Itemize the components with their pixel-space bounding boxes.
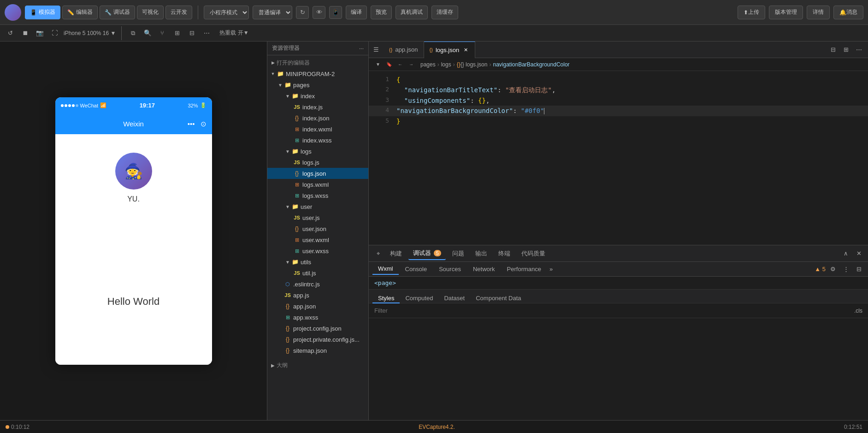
inspector-settings-btn[interactable]: ⚙	[827, 264, 838, 275]
ev-capture-label: EVCapture4.2.	[419, 424, 455, 430]
layout-toggle-btn[interactable]: ⊞	[840, 44, 851, 55]
cls-button[interactable]: .cls	[854, 308, 862, 314]
tree-index-json[interactable]: {} index.json	[267, 113, 368, 124]
tab-close-btn[interactable]: ✕	[462, 46, 469, 53]
tree-logs-json[interactable]: {} logs.json	[267, 168, 368, 179]
filter-input[interactable]	[374, 307, 854, 314]
devtab-issues[interactable]: 问题	[448, 248, 469, 260]
tree-index-wxml[interactable]: ⊞ index.wxml	[267, 124, 368, 135]
nav-camera[interactable]: ⊙	[201, 120, 207, 128]
tab-app-json[interactable]: {} app.json	[384, 42, 424, 58]
inspector-tab-console[interactable]: Console	[400, 264, 433, 274]
clear-cache-btn[interactable]: 清缓存	[431, 6, 458, 19]
tree-sitemap[interactable]: {} sitemap.json	[267, 345, 368, 356]
tree-project-private[interactable]: {} project.private.config.js...	[267, 334, 368, 345]
device-test-btn[interactable]: 📱	[329, 6, 342, 19]
inspector-tab-performance[interactable]: Performance	[502, 264, 547, 274]
tab-debugger[interactable]: 🔧 调试器	[100, 6, 135, 19]
devtab-terminal[interactable]: 终端	[494, 248, 515, 260]
tree-eslintrc[interactable]: ⬡ .eslintrc.js	[267, 279, 368, 290]
style-tab-dataset[interactable]: Dataset	[438, 290, 470, 303]
inspector-main: <page> Styles Computed Dataset Component…	[369, 277, 868, 420]
devtools-expand-btn[interactable]: ∧	[840, 248, 851, 259]
inspector-tab-network[interactable]: Network	[467, 264, 501, 274]
tree-user-json[interactable]: {} user.json	[267, 223, 368, 234]
expand-btn[interactable]: ⛶	[49, 28, 60, 39]
more-btn[interactable]: ⋯	[201, 28, 212, 39]
tree-app-wxss[interactable]: ⊞ app.wxss	[267, 312, 368, 323]
style-tab-componentdata[interactable]: Component Data	[470, 290, 526, 303]
inspector-tab-sources[interactable]: Sources	[433, 264, 466, 274]
tree-logs-js[interactable]: JS logs.js	[267, 157, 368, 168]
tree-user-folder[interactable]: ▼ 📁 user	[267, 201, 368, 212]
project-root[interactable]: ▼ 📁 MINIPROGRAM-2	[267, 68, 368, 79]
tree-utils-folder[interactable]: ▼ 📁 utils	[267, 256, 368, 267]
tab-visualize[interactable]: 可视化	[137, 6, 164, 19]
nav-forward-btn[interactable]: →	[406, 59, 417, 70]
grid-btn[interactable]: ⊞	[171, 28, 183, 39]
nav-back-btn[interactable]: ←	[395, 59, 406, 70]
tree-user-wxml[interactable]: ⊞ user.wxml	[267, 234, 368, 245]
nav-collapse-btn[interactable]: ▼	[372, 59, 384, 70]
tree-index-folder[interactable]: ▼ 📁 index	[267, 90, 368, 101]
nav-bookmark-btn[interactable]: 🔖	[384, 59, 395, 70]
tree-index-js[interactable]: JS index.js	[267, 101, 368, 113]
tree-util-js[interactable]: JS util.js	[267, 267, 368, 279]
tab-simulator[interactable]: 📱 模拟器	[25, 6, 60, 19]
hot-reload[interactable]: 热重载 开▼	[219, 29, 248, 37]
inspector-tab-wxml[interactable]: Wxml	[372, 263, 399, 275]
nav-dots[interactable]: •••	[188, 120, 195, 128]
inspector-more-btn[interactable]: ⋮	[840, 264, 851, 275]
branch-btn[interactable]: ⑂	[157, 28, 168, 39]
filetree-menu-icon[interactable]: ···	[359, 45, 364, 52]
devtab-debugger[interactable]: 调试器 5	[408, 247, 446, 260]
layout-btn[interactable]: ⊟	[186, 28, 197, 39]
preview-btn[interactable]: 预览	[371, 6, 392, 19]
tree-logs-wxml[interactable]: ⊞ logs.wxml	[267, 179, 368, 190]
tree-dagang-section[interactable]: ▶ 大纲	[267, 360, 368, 371]
inspector-tabs-more[interactable]: »	[549, 266, 553, 273]
message-btn[interactable]: 🔔 消息	[833, 6, 863, 19]
tab-logs-json[interactable]: {} logs.json ✕	[424, 42, 476, 58]
logs-folder-icon: 📁	[291, 148, 299, 155]
tree-project-config[interactable]: {} project.config.json	[267, 323, 368, 334]
devtab-build[interactable]: 构建	[385, 248, 407, 260]
tab-editor[interactable]: ✏️ 编辑器	[62, 6, 98, 19]
tree-logs-folder[interactable]: ▼ 📁 logs	[267, 146, 368, 157]
search-btn[interactable]: 🔍	[142, 28, 153, 39]
preview-icon-btn[interactable]: 👁	[313, 6, 325, 19]
editor-menu-btn[interactable]: ☰	[371, 44, 382, 55]
tree-logs-wxss[interactable]: ⊞ logs.wxss	[267, 190, 368, 201]
stop-btn[interactable]: ⏹	[19, 28, 30, 39]
code-editor[interactable]: 1 { 2 "navigationBarTitleText": "查看启动日志"…	[369, 71, 868, 245]
inspector-layout-btn[interactable]: ⊟	[853, 264, 864, 275]
split-editor-btn[interactable]: ⊟	[827, 44, 838, 55]
screenshot-btn[interactable]: 📷	[34, 28, 45, 39]
mode-select[interactable]: 小程序模式	[204, 6, 249, 19]
refresh-btn[interactable]: ↻	[296, 6, 309, 19]
tree-app-js[interactable]: JS app.js	[267, 290, 368, 301]
version-btn[interactable]: 版本管理	[769, 6, 803, 19]
tree-pages[interactable]: ▼ 📁 pages	[267, 79, 368, 90]
translate-select[interactable]: 普通编译	[253, 6, 292, 19]
upload-btn[interactable]: ⬆ 上传	[738, 6, 765, 19]
tree-user-js[interactable]: JS user.js	[267, 212, 368, 223]
more-tabs-btn[interactable]: ⋯	[853, 44, 864, 55]
refresh-small-btn[interactable]: ↺	[5, 28, 16, 39]
devtools-close-btn[interactable]: ✕	[853, 248, 864, 259]
devtab-output[interactable]: 输出	[471, 248, 492, 260]
compile-btn[interactable]: 编译	[346, 6, 367, 19]
tree-index-wxss[interactable]: ⊞ index.wxss	[267, 135, 368, 146]
device-debug-btn[interactable]: 真机调试	[396, 6, 428, 19]
open-editors-section[interactable]: ▶ 打开的编辑器	[267, 57, 368, 68]
tab-cloud[interactable]: 云开发	[165, 6, 192, 19]
style-tab-styles[interactable]: Styles	[372, 290, 400, 303]
tree-user-wxss[interactable]: ⊞ user.wxss	[267, 245, 368, 256]
bell-icon: 🔔	[839, 9, 846, 16]
devtab-codequality[interactable]: 代码质量	[517, 248, 550, 260]
tree-app-json[interactable]: {} app.json	[267, 301, 368, 312]
details-btn[interactable]: 详情	[807, 6, 830, 19]
devtools-inspector-btn[interactable]: ⌖	[372, 248, 384, 259]
style-tab-computed[interactable]: Computed	[400, 290, 438, 303]
copy-btn[interactable]: ⧉	[127, 28, 138, 39]
